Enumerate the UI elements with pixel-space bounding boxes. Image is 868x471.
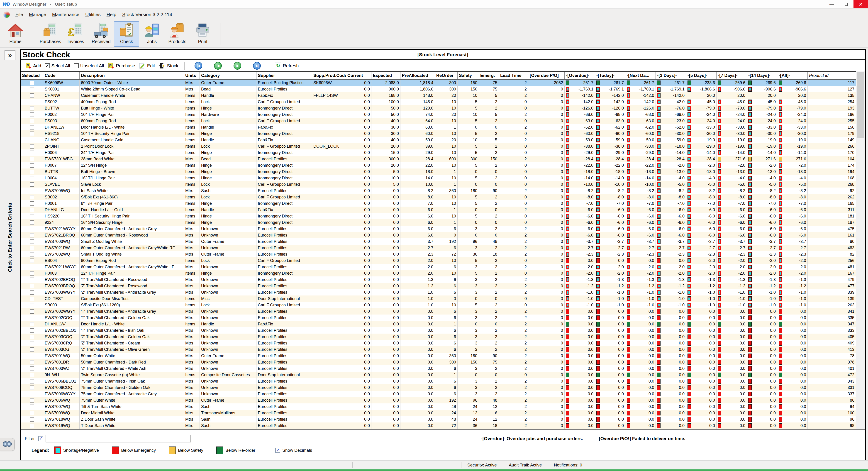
row-checkbox[interactable] bbox=[30, 322, 34, 326]
table-row[interactable]: BUTTBButt Hinge - BrownItemsHingeIronmon… bbox=[21, 168, 856, 175]
table-row[interactable]: H00018" T/H Hinge PairItemsHingeIronmong… bbox=[21, 200, 856, 207]
table-row[interactable]: DHANLLWDoor Handle L/L - WhiteItemsHandl… bbox=[21, 124, 856, 130]
row-checkbox[interactable] bbox=[30, 189, 34, 193]
column-header-description[interactable]: Description bbox=[80, 72, 184, 79]
table-row[interactable]: SB003S/Bolt Ext (861-1260)ItemsLockCarl … bbox=[21, 302, 856, 308]
table-row[interactable]: EWS7301WBG28mm Bead WhiteMtrsBeadEurocel… bbox=[21, 156, 856, 162]
table-row[interactable]: H000312" T/H Hinge PairItemsHingeIronmon… bbox=[21, 270, 856, 276]
table-row[interactable]: EWS7006BBLO175mm Outer Chamfered - Irish… bbox=[21, 378, 856, 384]
table-row[interactable]: 9N_WHTwin Square Cassette (In) WhiteItem… bbox=[21, 372, 856, 378]
show-decimals-checkbox[interactable]: ✓Show Decimals bbox=[275, 448, 312, 453]
search-criteria-strip[interactable]: » Click to Enter Search Criteria bbox=[0, 48, 20, 460]
row-checkbox[interactable] bbox=[30, 405, 34, 409]
row-checkbox[interactable] bbox=[30, 227, 34, 231]
row-checkbox[interactable] bbox=[30, 385, 34, 390]
menu-file[interactable]: File bbox=[12, 10, 26, 19]
table-row[interactable]: CD_TESTComposite Door Misc TestItemsMisc… bbox=[21, 295, 856, 302]
column-header-emerg[interactable]: Emerg. bbox=[479, 72, 499, 79]
row-checkbox[interactable] bbox=[30, 296, 34, 301]
column-header-f_5_days[interactable]: -[5 Days]- bbox=[686, 72, 716, 79]
table-row[interactable]: EWS7021RW...60mm Outer Chamfered - Anthr… bbox=[21, 245, 856, 251]
column-header-f_overdue[interactable]: -[Overdue]- bbox=[565, 72, 595, 79]
row-checkbox[interactable] bbox=[30, 169, 34, 174]
table-row[interactable]: DHANLLGDoor Handle L/L - GoldItemsHandle… bbox=[21, 207, 856, 213]
row-checkbox[interactable] bbox=[30, 214, 34, 218]
row-checkbox[interactable] bbox=[30, 252, 34, 256]
menu-maintenance[interactable]: Maintenance bbox=[49, 10, 82, 19]
column-header-f_all[interactable]: -[All]- bbox=[777, 72, 808, 79]
column-header-current[interactable]: Current bbox=[346, 72, 371, 79]
table-row[interactable]: EWS7005WQInt Sash WhiteMtrsSashEurocell … bbox=[21, 188, 856, 194]
column-header-selected[interactable]: Selected bbox=[21, 72, 43, 79]
close-button[interactable]: × bbox=[854, 0, 868, 8]
column-header-lead_time[interactable]: Lead Time bbox=[499, 72, 528, 79]
table-row[interactable]: HS921810" TH Security Hinge PairItemsHin… bbox=[21, 130, 856, 137]
table-row[interactable]: CHANGCasement Handle GoldItemsHandleFab&… bbox=[21, 137, 856, 143]
row-checkbox[interactable] bbox=[30, 163, 34, 167]
row-checkbox[interactable] bbox=[30, 125, 34, 129]
row-checkbox[interactable] bbox=[30, 138, 34, 142]
table-row[interactable]: EWS7006COQ75mm Outer Chamfered - Golden … bbox=[21, 384, 856, 391]
table-row[interactable]: HS922016" TH Security Hinge PairItemsHin… bbox=[21, 213, 856, 219]
table-row[interactable]: EWS7003CRQ'Z' Tran/Mull Chamfered - Crea… bbox=[21, 340, 856, 346]
add-button[interactable]: P Add bbox=[23, 62, 43, 70]
menu-help[interactable]: Help bbox=[104, 10, 119, 19]
column-header-f_3_days[interactable]: -[3 Days]- bbox=[656, 72, 686, 79]
column-header-safety[interactable]: Safety bbox=[458, 72, 479, 79]
toolbar-products-button[interactable]: Products bbox=[165, 21, 190, 47]
row-checkbox[interactable] bbox=[30, 144, 34, 149]
table-row[interactable]: 2POINT2 Point Door LockItemsLockCarl F G… bbox=[21, 143, 856, 150]
row-checkbox[interactable] bbox=[30, 220, 34, 225]
minimize-button[interactable]: — bbox=[825, 0, 839, 8]
row-checkbox[interactable] bbox=[30, 278, 34, 282]
table-row[interactable]: EWS7007WQTilt & Turn Sash WhiteMtrsSashE… bbox=[21, 403, 856, 410]
row-checkbox[interactable] bbox=[30, 151, 34, 155]
table-row[interactable]: EWS7001DR50mm Outer Chamfered - Dark Red… bbox=[21, 359, 856, 365]
column-header-reorder[interactable]: ReOrder bbox=[435, 72, 458, 79]
row-checkbox[interactable] bbox=[30, 354, 34, 358]
column-header-preallocated[interactable]: PreAllocated bbox=[400, 72, 435, 79]
row-checkbox[interactable] bbox=[30, 240, 34, 244]
row-checkbox[interactable] bbox=[30, 208, 34, 212]
toolbar-print-button[interactable]: Print bbox=[190, 21, 215, 47]
row-checkbox[interactable] bbox=[30, 316, 34, 320]
row-checkbox[interactable] bbox=[30, 309, 34, 314]
row-checkbox[interactable] bbox=[30, 373, 34, 377]
scrollbar-thumb[interactable] bbox=[857, 72, 864, 138]
table-row[interactable]: H000624" T/H Hinge PairItemsHingeIronmon… bbox=[21, 150, 856, 156]
table-row[interactable]: ES004800mm Espag RodItemsLockCarl F Grou… bbox=[21, 257, 856, 264]
vertical-scrollbar[interactable] bbox=[856, 71, 865, 429]
column-header-overdue_po[interactable]: [Overdue P/O] bbox=[528, 72, 565, 79]
row-checkbox[interactable] bbox=[30, 100, 34, 104]
table-row[interactable]: SK6096W6000 70mm Outer - WhiteMtrsOuter … bbox=[21, 80, 856, 86]
row-checkbox[interactable] bbox=[30, 182, 34, 187]
row-checkbox[interactable] bbox=[30, 347, 34, 352]
table-row[interactable]: EWS7002BBLO1'T' Tran/Mull Chamfered - Ir… bbox=[21, 327, 856, 334]
first-page-button[interactable]: |◀ bbox=[194, 62, 202, 70]
toolbar-home-button[interactable]: Home bbox=[3, 21, 28, 47]
unselect-all-checkbox[interactable]: Unselect All bbox=[72, 63, 106, 69]
row-checkbox[interactable] bbox=[30, 303, 34, 307]
table-row[interactable]: EWS7009WQDoor Midrail WhiteMtrsTransoms/… bbox=[21, 410, 856, 416]
row-checkbox[interactable] bbox=[30, 265, 34, 269]
table-row[interactable]: EWS7021WGYY60mm Outer Chamfered - Anthra… bbox=[21, 226, 856, 232]
toolbar-purchases-button[interactable]: Purchases bbox=[38, 21, 63, 47]
table-row[interactable]: EWS7002WQSmall T Odd leg WhiteMtrsOuter … bbox=[21, 251, 856, 257]
menu-utilities[interactable]: Utilities bbox=[82, 10, 104, 19]
column-header-f_next_day[interactable]: -[Next Da... bbox=[625, 72, 656, 79]
row-checkbox[interactable] bbox=[30, 201, 34, 206]
table-row[interactable]: 922416" S/H Security HingeItemsHingeIron… bbox=[21, 219, 856, 226]
table-row[interactable]: SB002S/Bolt Ext (461-860)ItemsLockCarl F… bbox=[21, 194, 856, 200]
table-row[interactable]: EWS7003BROQ'Z' Tran/Mull Chamfered - Ros… bbox=[21, 283, 856, 289]
row-checkbox[interactable] bbox=[30, 195, 34, 199]
toolbar-check-button[interactable]: Check bbox=[114, 21, 139, 47]
row-checkbox[interactable] bbox=[30, 379, 34, 383]
table-row[interactable]: EWS7006WGYY75mm Outer Chamfered - Anthra… bbox=[21, 391, 856, 397]
row-checkbox[interactable] bbox=[30, 328, 34, 333]
row-checkbox[interactable] bbox=[30, 258, 34, 263]
table-row[interactable]: EWS7001WQ50mm Outer WhiteMtrsOuter Frame… bbox=[21, 353, 856, 359]
table-row[interactable]: EWS7003WQSmall Z Odd leg WhiteMtrsOuter … bbox=[21, 238, 856, 245]
row-checkbox[interactable] bbox=[30, 119, 34, 123]
row-checkbox[interactable] bbox=[30, 423, 34, 428]
row-checkbox[interactable] bbox=[30, 131, 34, 136]
